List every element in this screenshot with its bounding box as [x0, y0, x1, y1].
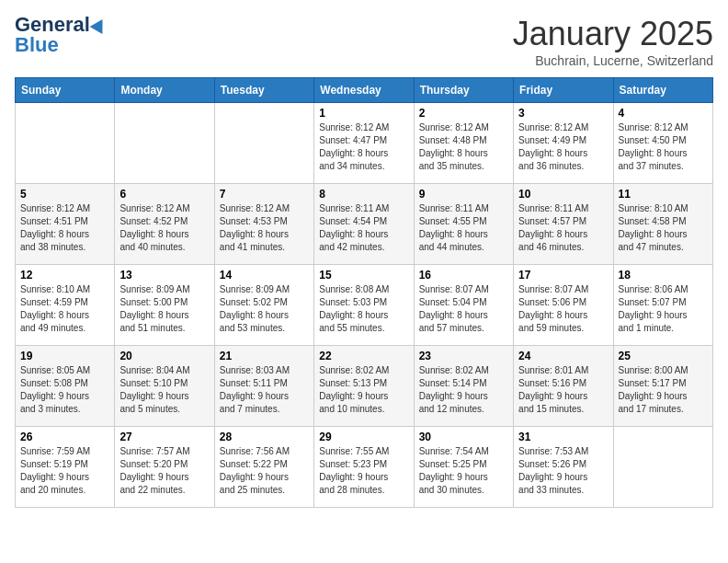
day-number: 5 [20, 188, 109, 201]
calendar-table: SundayMondayTuesdayWednesdayThursdayFrid… [15, 77, 713, 508]
calendar-cell: 2Sunrise: 8:12 AM Sunset: 4:48 PM Daylig… [414, 103, 513, 184]
day-info: Sunrise: 7:59 AM Sunset: 5:19 PM Dayligh… [20, 445, 109, 497]
calendar-cell: 18Sunrise: 8:06 AM Sunset: 5:07 PM Dayli… [613, 265, 712, 346]
day-number: 6 [119, 188, 209, 201]
calendar-cell: 12Sunrise: 8:10 AM Sunset: 4:59 PM Dayli… [16, 265, 115, 346]
day-info: Sunrise: 8:01 AM Sunset: 5:16 PM Dayligh… [518, 364, 608, 416]
day-number: 4 [619, 107, 708, 120]
day-number: 11 [619, 188, 708, 201]
day-number: 26 [20, 431, 109, 443]
day-number: 18 [619, 269, 708, 282]
week-row-4: 19Sunrise: 8:05 AM Sunset: 5:08 PM Dayli… [16, 346, 713, 427]
day-info: Sunrise: 7:55 AM Sunset: 5:23 PM Dayligh… [319, 445, 408, 497]
calendar-cell: 31Sunrise: 7:53 AM Sunset: 5:26 PM Dayli… [514, 427, 613, 508]
day-info: Sunrise: 8:03 AM Sunset: 5:11 PM Dayligh… [220, 364, 309, 416]
day-info: Sunrise: 8:10 AM Sunset: 4:58 PM Dayligh… [619, 202, 708, 254]
day-number: 28 [220, 431, 309, 443]
day-info: Sunrise: 8:12 AM Sunset: 4:48 PM Dayligh… [419, 121, 508, 173]
day-info: Sunrise: 8:07 AM Sunset: 5:06 PM Dayligh… [518, 283, 608, 335]
day-number: 27 [119, 431, 209, 443]
day-info: Sunrise: 8:08 AM Sunset: 5:03 PM Dayligh… [319, 283, 408, 335]
day-number: 8 [319, 188, 408, 201]
day-info: Sunrise: 8:12 AM Sunset: 4:53 PM Dayligh… [220, 202, 309, 254]
day-number: 19 [20, 350, 109, 362]
weekday-header-sunday: Sunday [16, 78, 115, 103]
day-info: Sunrise: 8:04 AM Sunset: 5:10 PM Dayligh… [119, 364, 209, 416]
weekday-header-thursday: Thursday [414, 78, 513, 103]
day-number: 10 [518, 188, 608, 201]
calendar-cell [214, 103, 313, 184]
weekday-header-tuesday: Tuesday [214, 78, 313, 103]
logo-triangle-icon [90, 16, 109, 34]
calendar-cell: 28Sunrise: 7:56 AM Sunset: 5:22 PM Dayli… [214, 427, 313, 508]
day-number: 16 [419, 269, 508, 282]
day-number: 23 [419, 350, 508, 362]
day-info: Sunrise: 8:12 AM Sunset: 4:47 PM Dayligh… [319, 121, 408, 173]
logo-general-text: General [15, 15, 90, 35]
calendar-cell: 25Sunrise: 8:00 AM Sunset: 5:17 PM Dayli… [613, 346, 712, 427]
day-number: 17 [518, 269, 608, 282]
day-info: Sunrise: 8:05 AM Sunset: 5:08 PM Dayligh… [20, 364, 109, 416]
day-info: Sunrise: 8:12 AM Sunset: 4:49 PM Dayligh… [518, 121, 608, 173]
calendar-cell: 30Sunrise: 7:54 AM Sunset: 5:25 PM Dayli… [414, 427, 513, 508]
day-number: 3 [518, 107, 608, 120]
day-info: Sunrise: 8:02 AM Sunset: 5:14 PM Dayligh… [419, 364, 508, 416]
calendar-cell: 4Sunrise: 8:12 AM Sunset: 4:50 PM Daylig… [613, 103, 712, 184]
day-info: Sunrise: 8:09 AM Sunset: 5:02 PM Dayligh… [220, 283, 309, 335]
day-info: Sunrise: 7:57 AM Sunset: 5:20 PM Dayligh… [119, 445, 209, 497]
day-number: 31 [518, 431, 608, 443]
logo-blue-text: Blue [15, 33, 59, 56]
day-number: 2 [419, 107, 508, 120]
calendar-cell: 11Sunrise: 8:10 AM Sunset: 4:58 PM Dayli… [613, 184, 712, 265]
calendar-cell: 8Sunrise: 8:11 AM Sunset: 4:54 PM Daylig… [314, 184, 414, 265]
calendar-cell: 20Sunrise: 8:04 AM Sunset: 5:10 PM Dayli… [115, 346, 214, 427]
page-header: General Blue January 2025 Buchrain, Luce… [15, 15, 713, 68]
calendar-cell [613, 427, 712, 508]
week-row-1: 1Sunrise: 8:12 AM Sunset: 4:47 PM Daylig… [16, 103, 713, 184]
logo: General Blue [15, 15, 107, 55]
weekday-header-wednesday: Wednesday [314, 78, 414, 103]
calendar-cell: 1Sunrise: 8:12 AM Sunset: 4:47 PM Daylig… [314, 103, 414, 184]
day-number: 13 [119, 269, 209, 282]
day-info: Sunrise: 8:11 AM Sunset: 4:54 PM Dayligh… [319, 202, 408, 254]
calendar-cell: 26Sunrise: 7:59 AM Sunset: 5:19 PM Dayli… [16, 427, 115, 508]
week-row-2: 5Sunrise: 8:12 AM Sunset: 4:51 PM Daylig… [16, 184, 713, 265]
calendar-cell: 7Sunrise: 8:12 AM Sunset: 4:53 PM Daylig… [214, 184, 313, 265]
weekday-header-row: SundayMondayTuesdayWednesdayThursdayFrid… [16, 78, 713, 103]
day-number: 14 [220, 269, 309, 282]
calendar-cell: 3Sunrise: 8:12 AM Sunset: 4:49 PM Daylig… [514, 103, 613, 184]
day-info: Sunrise: 7:56 AM Sunset: 5:22 PM Dayligh… [220, 445, 309, 497]
day-number: 12 [20, 269, 109, 282]
calendar-cell: 13Sunrise: 8:09 AM Sunset: 5:00 PM Dayli… [115, 265, 214, 346]
calendar-cell: 16Sunrise: 8:07 AM Sunset: 5:04 PM Dayli… [414, 265, 513, 346]
day-info: Sunrise: 8:10 AM Sunset: 4:59 PM Dayligh… [20, 283, 109, 335]
day-number: 20 [119, 350, 209, 362]
week-row-5: 26Sunrise: 7:59 AM Sunset: 5:19 PM Dayli… [16, 427, 713, 508]
day-info: Sunrise: 8:12 AM Sunset: 4:52 PM Dayligh… [119, 202, 209, 254]
day-number: 9 [419, 188, 508, 201]
day-number: 21 [220, 350, 309, 362]
calendar-cell: 21Sunrise: 8:03 AM Sunset: 5:11 PM Dayli… [214, 346, 313, 427]
calendar-cell [115, 103, 214, 184]
day-info: Sunrise: 8:11 AM Sunset: 4:57 PM Dayligh… [518, 202, 608, 254]
day-number: 1 [319, 107, 408, 120]
calendar-cell: 10Sunrise: 8:11 AM Sunset: 4:57 PM Dayli… [514, 184, 613, 265]
calendar-cell: 27Sunrise: 7:57 AM Sunset: 5:20 PM Dayli… [115, 427, 214, 508]
calendar-cell: 29Sunrise: 7:55 AM Sunset: 5:23 PM Dayli… [314, 427, 414, 508]
calendar-cell: 22Sunrise: 8:02 AM Sunset: 5:13 PM Dayli… [314, 346, 414, 427]
day-number: 24 [518, 350, 608, 362]
weekday-header-monday: Monday [115, 78, 214, 103]
day-number: 25 [619, 350, 708, 362]
day-info: Sunrise: 8:06 AM Sunset: 5:07 PM Dayligh… [619, 283, 708, 335]
day-info: Sunrise: 8:11 AM Sunset: 4:55 PM Dayligh… [419, 202, 508, 254]
day-info: Sunrise: 8:00 AM Sunset: 5:17 PM Dayligh… [619, 364, 708, 416]
day-number: 22 [319, 350, 408, 362]
day-number: 30 [419, 431, 508, 443]
calendar-cell: 24Sunrise: 8:01 AM Sunset: 5:16 PM Dayli… [514, 346, 613, 427]
calendar-cell: 14Sunrise: 8:09 AM Sunset: 5:02 PM Dayli… [214, 265, 313, 346]
day-info: Sunrise: 8:12 AM Sunset: 4:50 PM Dayligh… [619, 121, 708, 173]
calendar-cell: 6Sunrise: 8:12 AM Sunset: 4:52 PM Daylig… [115, 184, 214, 265]
day-number: 15 [319, 269, 408, 282]
calendar-cell: 5Sunrise: 8:12 AM Sunset: 4:51 PM Daylig… [16, 184, 115, 265]
month-title: January 2025 [513, 15, 713, 53]
